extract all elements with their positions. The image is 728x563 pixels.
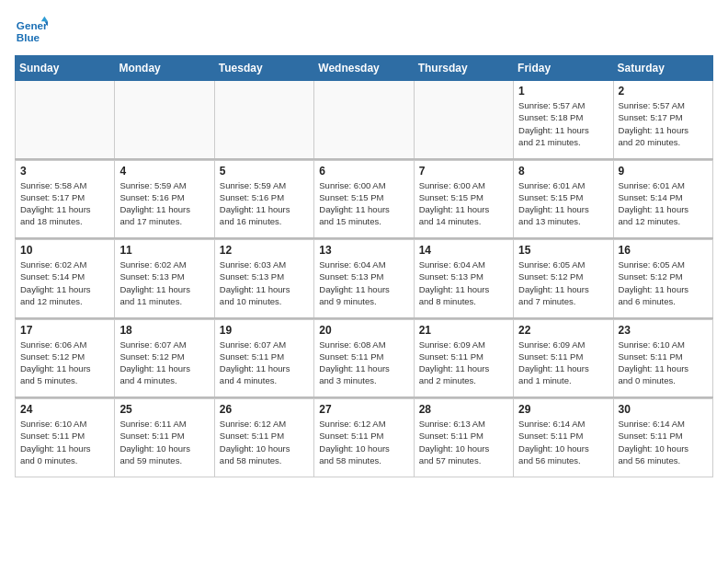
day-number: 5: [220, 165, 309, 178]
calendar-cell: 3Sunrise: 5:58 AM Sunset: 5:17 PM Daylig…: [16, 160, 115, 238]
calendar-cell: 14Sunrise: 6:04 AM Sunset: 5:13 PM Dayli…: [414, 240, 513, 318]
day-info: Sunrise: 6:04 AM Sunset: 5:13 PM Dayligh…: [419, 259, 508, 307]
calendar-week-4: 17Sunrise: 6:06 AM Sunset: 5:12 PM Dayli…: [16, 319, 713, 397]
calendar-cell: 15Sunrise: 6:05 AM Sunset: 5:12 PM Dayli…: [514, 240, 613, 318]
calendar-cell: 18Sunrise: 6:07 AM Sunset: 5:12 PM Dayli…: [115, 319, 214, 397]
day-number: 3: [20, 165, 109, 178]
day-number: 30: [619, 403, 708, 416]
day-info: Sunrise: 6:06 AM Sunset: 5:12 PM Dayligh…: [20, 339, 109, 387]
day-info: Sunrise: 6:01 AM Sunset: 5:14 PM Dayligh…: [619, 179, 708, 228]
calendar-cell: 17Sunrise: 6:06 AM Sunset: 5:12 PM Dayli…: [16, 319, 115, 397]
calendar-cell: 10Sunrise: 6:02 AM Sunset: 5:14 PM Dayli…: [16, 240, 115, 318]
day-info: Sunrise: 6:00 AM Sunset: 5:15 PM Dayligh…: [319, 179, 408, 228]
weekday-header-row: SundayMondayTuesdayWednesdayThursdayFrid…: [16, 56, 713, 81]
weekday-header-wednesday: Wednesday: [314, 56, 414, 81]
calendar-week-1: 1Sunrise: 5:57 AM Sunset: 5:18 PM Daylig…: [16, 81, 713, 159]
day-number: 13: [319, 244, 408, 257]
calendar-cell: 2Sunrise: 5:57 AM Sunset: 5:17 PM Daylig…: [613, 81, 712, 159]
day-number: 20: [319, 324, 408, 337]
calendar-week-5: 24Sunrise: 6:10 AM Sunset: 5:11 PM Dayli…: [16, 399, 713, 477]
calendar-cell: 25Sunrise: 6:11 AM Sunset: 5:11 PM Dayli…: [115, 399, 214, 477]
calendar-cell: [214, 81, 313, 159]
day-info: Sunrise: 6:12 AM Sunset: 5:11 PM Dayligh…: [220, 418, 309, 466]
day-number: 17: [20, 324, 109, 337]
day-info: Sunrise: 6:01 AM Sunset: 5:15 PM Dayligh…: [518, 179, 608, 228]
calendar-table: SundayMondayTuesdayWednesdayThursdayFrid…: [15, 55, 713, 477]
day-info: Sunrise: 6:09 AM Sunset: 5:11 PM Dayligh…: [419, 339, 508, 387]
calendar-cell: 7Sunrise: 6:00 AM Sunset: 5:15 PM Daylig…: [414, 160, 513, 238]
weekday-header-saturday: Saturday: [613, 56, 712, 81]
calendar-week-2: 3Sunrise: 5:58 AM Sunset: 5:17 PM Daylig…: [16, 160, 713, 238]
day-number: 28: [419, 403, 508, 416]
calendar-cell: 30Sunrise: 6:14 AM Sunset: 5:11 PM Dayli…: [613, 399, 712, 477]
day-number: 24: [20, 403, 109, 416]
weekday-header-tuesday: Tuesday: [214, 56, 313, 81]
day-info: Sunrise: 6:03 AM Sunset: 5:13 PM Dayligh…: [220, 259, 309, 307]
calendar-cell: 27Sunrise: 6:12 AM Sunset: 5:11 PM Dayli…: [314, 399, 414, 477]
page-header: General Blue: [15, 15, 713, 48]
calendar-week-3: 10Sunrise: 6:02 AM Sunset: 5:14 PM Dayli…: [16, 240, 713, 318]
day-number: 23: [619, 324, 708, 337]
day-number: 1: [518, 85, 608, 98]
day-number: 8: [518, 165, 608, 178]
day-number: 18: [119, 324, 209, 337]
calendar-cell: 13Sunrise: 6:04 AM Sunset: 5:13 PM Dayli…: [314, 240, 414, 318]
day-number: 14: [419, 244, 508, 257]
day-number: 4: [119, 165, 209, 178]
day-number: 11: [119, 244, 209, 257]
day-number: 15: [518, 244, 608, 257]
calendar-cell: 4Sunrise: 5:59 AM Sunset: 5:16 PM Daylig…: [115, 160, 214, 238]
calendar-cell: 19Sunrise: 6:07 AM Sunset: 5:11 PM Dayli…: [214, 319, 313, 397]
calendar-cell: 28Sunrise: 6:13 AM Sunset: 5:11 PM Dayli…: [414, 399, 513, 477]
day-info: Sunrise: 6:12 AM Sunset: 5:11 PM Dayligh…: [319, 418, 408, 466]
day-info: Sunrise: 6:11 AM Sunset: 5:11 PM Dayligh…: [119, 418, 209, 466]
calendar-cell: 21Sunrise: 6:09 AM Sunset: 5:11 PM Dayli…: [414, 319, 513, 397]
day-number: 26: [220, 403, 309, 416]
day-info: Sunrise: 5:59 AM Sunset: 5:16 PM Dayligh…: [220, 179, 309, 228]
calendar-cell: 16Sunrise: 6:05 AM Sunset: 5:12 PM Dayli…: [613, 240, 712, 318]
day-info: Sunrise: 6:14 AM Sunset: 5:11 PM Dayligh…: [518, 418, 608, 466]
day-info: Sunrise: 5:57 AM Sunset: 5:18 PM Dayligh…: [518, 99, 608, 148]
calendar-cell: 24Sunrise: 6:10 AM Sunset: 5:11 PM Dayli…: [16, 399, 115, 477]
calendar-cell: [314, 81, 414, 159]
calendar-cell: 5Sunrise: 5:59 AM Sunset: 5:16 PM Daylig…: [214, 160, 313, 238]
calendar-cell: 11Sunrise: 6:02 AM Sunset: 5:13 PM Dayli…: [115, 240, 214, 318]
day-number: 7: [419, 165, 508, 178]
day-number: 12: [220, 244, 309, 257]
calendar-cell: 22Sunrise: 6:09 AM Sunset: 5:11 PM Dayli…: [514, 319, 613, 397]
calendar-cell: 23Sunrise: 6:10 AM Sunset: 5:11 PM Dayli…: [613, 319, 712, 397]
logo-icon: General Blue: [15, 15, 48, 48]
calendar-cell: [414, 81, 513, 159]
day-info: Sunrise: 6:00 AM Sunset: 5:15 PM Dayligh…: [419, 179, 508, 228]
day-info: Sunrise: 5:58 AM Sunset: 5:17 PM Dayligh…: [20, 179, 109, 228]
day-number: 6: [319, 165, 408, 178]
day-info: Sunrise: 6:02 AM Sunset: 5:14 PM Dayligh…: [20, 259, 109, 307]
calendar-cell: 29Sunrise: 6:14 AM Sunset: 5:11 PM Dayli…: [514, 399, 613, 477]
day-info: Sunrise: 6:02 AM Sunset: 5:13 PM Dayligh…: [119, 259, 209, 307]
day-info: Sunrise: 6:08 AM Sunset: 5:11 PM Dayligh…: [319, 339, 408, 387]
weekday-header-thursday: Thursday: [414, 56, 513, 81]
calendar-cell: 6Sunrise: 6:00 AM Sunset: 5:15 PM Daylig…: [314, 160, 414, 238]
day-info: Sunrise: 5:59 AM Sunset: 5:16 PM Dayligh…: [119, 179, 209, 228]
calendar-cell: 12Sunrise: 6:03 AM Sunset: 5:13 PM Dayli…: [214, 240, 313, 318]
day-number: 22: [518, 324, 608, 337]
calendar-cell: 26Sunrise: 6:12 AM Sunset: 5:11 PM Dayli…: [214, 399, 313, 477]
day-number: 21: [419, 324, 508, 337]
day-info: Sunrise: 6:07 AM Sunset: 5:12 PM Dayligh…: [119, 339, 209, 387]
svg-text:Blue: Blue: [17, 31, 40, 43]
weekday-header-sunday: Sunday: [16, 56, 115, 81]
day-info: Sunrise: 6:04 AM Sunset: 5:13 PM Dayligh…: [319, 259, 408, 307]
day-number: 16: [619, 244, 708, 257]
day-number: 2: [619, 85, 708, 98]
calendar-cell: [16, 81, 115, 159]
day-number: 29: [518, 403, 608, 416]
day-info: Sunrise: 6:09 AM Sunset: 5:11 PM Dayligh…: [518, 339, 608, 387]
day-info: Sunrise: 6:10 AM Sunset: 5:11 PM Dayligh…: [20, 418, 109, 466]
calendar-cell: [115, 81, 214, 159]
day-info: Sunrise: 5:57 AM Sunset: 5:17 PM Dayligh…: [619, 99, 708, 148]
calendar-cell: 1Sunrise: 5:57 AM Sunset: 5:18 PM Daylig…: [514, 81, 613, 159]
day-info: Sunrise: 6:05 AM Sunset: 5:12 PM Dayligh…: [619, 259, 708, 307]
day-number: 19: [220, 324, 309, 337]
day-info: Sunrise: 6:14 AM Sunset: 5:11 PM Dayligh…: [619, 418, 708, 466]
day-info: Sunrise: 6:13 AM Sunset: 5:11 PM Dayligh…: [419, 418, 508, 466]
